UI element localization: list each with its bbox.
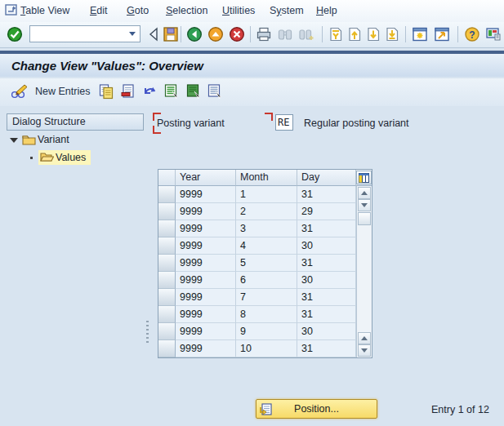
command-dropdown-icon[interactable] xyxy=(125,27,139,41)
table-vertical-scrollbar[interactable] xyxy=(356,186,372,357)
posting-variant-input[interactable] xyxy=(275,114,293,131)
last-page-icon[interactable] xyxy=(384,26,400,42)
row-selector[interactable] xyxy=(158,306,176,323)
cancel-icon[interactable] xyxy=(229,26,245,42)
table-cell[interactable]: 31 xyxy=(297,289,356,306)
print-icon[interactable] xyxy=(256,26,272,42)
column-header-year[interactable]: Year xyxy=(176,170,236,186)
find-icon[interactable] xyxy=(277,26,293,42)
row-selector[interactable] xyxy=(158,272,176,289)
scroll-page-up-icon[interactable] xyxy=(358,332,371,344)
customize-layout-icon[interactable] xyxy=(485,26,502,42)
title-bar: Change View "Values": Overview xyxy=(0,51,504,77)
menu-utilities[interactable]: Utilities xyxy=(222,5,255,16)
table-cell[interactable]: 31 xyxy=(297,186,356,203)
select-block-icon[interactable] xyxy=(185,83,202,100)
table-cell[interactable]: 10 xyxy=(236,340,297,357)
table-cell[interactable]: 30 xyxy=(297,272,356,289)
hide-toolbar-icon[interactable] xyxy=(148,26,159,42)
table-cell[interactable]: 9999 xyxy=(176,272,236,289)
table-cell[interactable]: 1 xyxy=(236,186,297,203)
position-button[interactable]: Position... xyxy=(256,399,377,419)
panel-splitter[interactable] xyxy=(146,321,149,345)
scroll-page-down-icon[interactable] xyxy=(358,344,371,357)
table-cell[interactable]: 4 xyxy=(236,237,297,255)
menu-goto[interactable]: Goto xyxy=(127,5,149,16)
scroll-up-icon[interactable] xyxy=(358,187,371,199)
row-selector[interactable] xyxy=(158,220,176,237)
select-all-header-cell[interactable] xyxy=(158,170,176,186)
table-cell[interactable]: 2 xyxy=(236,203,297,220)
menu-selection[interactable]: Selection xyxy=(166,5,207,16)
table-cell[interactable]: 31 xyxy=(297,220,356,237)
table-cell[interactable]: 9 xyxy=(236,323,297,340)
row-selector[interactable] xyxy=(158,323,176,340)
first-page-icon[interactable] xyxy=(328,26,344,42)
table-cell[interactable]: 31 xyxy=(297,255,356,272)
table-cell[interactable]: 31 xyxy=(297,340,356,357)
table-cell[interactable]: 9999 xyxy=(176,255,236,272)
select-all-icon[interactable] xyxy=(163,83,180,100)
help-icon[interactable]: ? xyxy=(464,26,480,42)
table-cell[interactable]: 9999 xyxy=(176,220,236,237)
table-body: 9999131999922999993319999430999953199996… xyxy=(158,186,356,357)
back-icon[interactable] xyxy=(186,26,203,42)
new-entries-button[interactable]: New Entries xyxy=(35,86,90,97)
menu-table-view[interactable]: Table View xyxy=(20,5,69,16)
copy-icon[interactable] xyxy=(98,83,114,100)
table-cell[interactable]: 6 xyxy=(236,272,297,289)
tree-bullet-icon xyxy=(30,157,33,159)
posting-variant-description: Regular posting variant xyxy=(304,118,409,129)
table-cell[interactable]: 9999 xyxy=(176,237,236,255)
column-header-day[interactable]: Day xyxy=(297,170,356,186)
table-row: 9999831 xyxy=(158,306,356,323)
table-cell[interactable]: 9999 xyxy=(176,323,236,340)
values-table: Year Month Day 9999131999922999993319999… xyxy=(158,169,372,358)
table-cell[interactable]: 7 xyxy=(236,289,297,306)
table-cell[interactable]: 30 xyxy=(297,323,356,340)
deselect-all-icon[interactable] xyxy=(207,83,223,100)
table-cell[interactable]: 31 xyxy=(297,306,356,323)
row-selector[interactable] xyxy=(158,237,176,255)
create-shortcut-icon[interactable] xyxy=(434,26,450,42)
tree-expander-icon[interactable] xyxy=(10,138,18,143)
toolbar-separator xyxy=(250,26,251,42)
menu-system[interactable]: System xyxy=(270,5,304,16)
table-cell[interactable]: 9999 xyxy=(176,289,236,306)
row-selector[interactable] xyxy=(158,340,176,357)
table-cell[interactable]: 30 xyxy=(297,237,356,255)
scrollbar-thumb[interactable] xyxy=(358,212,371,225)
menu-help[interactable]: Help xyxy=(316,5,337,16)
display-change-toggle-icon[interactable] xyxy=(10,83,29,100)
command-input[interactable] xyxy=(31,27,127,42)
exit-icon[interactable] xyxy=(207,26,224,42)
table-cell[interactable]: 29 xyxy=(297,203,356,220)
find-next-icon[interactable] xyxy=(298,26,314,42)
command-field[interactable] xyxy=(29,25,140,42)
column-header-month[interactable]: Month xyxy=(236,170,297,186)
table-cell[interactable]: 9999 xyxy=(176,306,236,323)
table-settings-button[interactable] xyxy=(356,171,372,184)
new-session-icon[interactable] xyxy=(412,26,428,42)
row-selector[interactable] xyxy=(158,186,176,203)
scroll-down-icon[interactable] xyxy=(358,199,371,211)
page-up-icon[interactable] xyxy=(346,26,363,42)
table-cell[interactable]: 5 xyxy=(236,255,297,272)
delete-icon[interactable] xyxy=(120,83,136,100)
save-icon[interactable] xyxy=(163,26,179,42)
row-selector[interactable] xyxy=(158,289,176,306)
row-selector[interactable] xyxy=(158,255,176,272)
table-cell[interactable]: 9999 xyxy=(176,186,236,203)
page-down-icon[interactable] xyxy=(365,26,381,42)
tree-item-variant[interactable]: Variant xyxy=(38,132,69,147)
table-cell[interactable]: 8 xyxy=(236,306,297,323)
undo-icon[interactable] xyxy=(141,83,158,100)
enter-icon[interactable] xyxy=(7,26,23,42)
session-menu-icon[interactable] xyxy=(5,4,18,16)
table-row: 9999531 xyxy=(158,255,356,272)
row-selector[interactable] xyxy=(158,203,176,220)
table-cell[interactable]: 9999 xyxy=(176,203,236,220)
table-cell[interactable]: 9999 xyxy=(176,340,236,357)
table-cell[interactable]: 3 xyxy=(236,220,297,237)
menu-edit[interactable]: Edit xyxy=(90,5,108,16)
